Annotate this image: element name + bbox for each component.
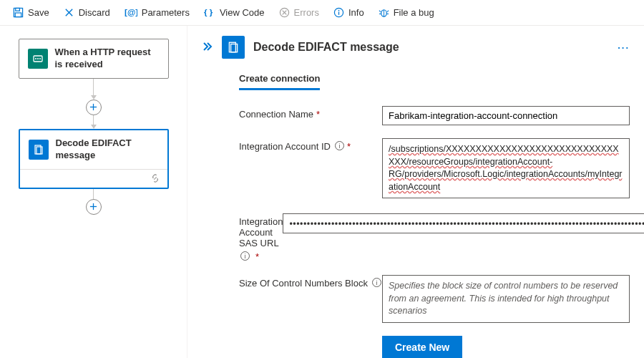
main: When a HTTP request is received Decode E… [0,26,644,358]
save-button[interactable]: Save [7,4,55,21]
file-bug-button[interactable]: File a bug [373,4,440,21]
parameters-button[interactable]: [@] Parameters [119,4,195,21]
add-step-button[interactable] [86,100,102,115]
block-size-input[interactable]: Specifies the block size of control numb… [382,275,630,323]
toolbar: Save Discard [@] Parameters { } View Cod… [0,0,644,26]
view-code-button[interactable]: { } View Code [198,4,270,21]
svg-point-21 [37,58,39,59]
tab-create-connection[interactable]: Create connection [239,73,320,90]
file-bug-label: File a bug [394,7,434,18]
panel-more-button[interactable]: ··· [618,42,630,53]
panel-title: Decode EDIFACT message [253,41,399,54]
svg-rect-2 [15,13,21,17]
view-code-label: View Code [220,7,265,18]
connector-arrow-icon [91,95,97,100]
details-panel: Decode EDIFACT message ··· Create connec… [187,26,644,358]
svg-line-16 [387,11,389,12]
action-node-decode-edifact[interactable]: Decode EDIFACT message [19,129,169,189]
connector-arrow-icon [91,125,97,129]
parameters-icon: [@] [125,7,137,18]
svg-point-22 [39,58,41,59]
connection-name-label: Connection Name* [239,106,382,120]
errors-label: Errors [294,7,319,18]
integration-account-id-input[interactable]: /subscriptions/XXXXXXXXXXXXXXXXXXXXXXXXX… [382,138,630,198]
discard-label: Discard [79,7,110,18]
create-new-button[interactable]: Create New [382,336,462,359]
info-icon[interactable]: i [335,141,344,150]
connector-line [93,79,94,96]
add-step-button[interactable] [86,199,102,215]
sas-url-label: Integration Account SAS URL i * [239,213,283,262]
info-icon[interactable]: i [240,251,250,261]
trigger-node-title: When a HTTP request is received [55,47,160,71]
collapse-panel-button[interactable] [202,42,213,54]
svg-point-11 [338,10,340,11]
svg-rect-1 [16,8,20,11]
errors-button: Errors [273,4,325,21]
info-button[interactable]: Info [328,4,370,21]
svg-line-15 [379,11,381,12]
edifact-icon [222,36,245,59]
connector-line [93,115,94,125]
http-trigger-icon [28,49,48,69]
integration-account-id-label: Integration Account ID i * [239,138,382,152]
designer-canvas: When a HTTP request is received Decode E… [0,26,187,358]
parameters-label: Parameters [142,7,190,18]
trigger-node[interactable]: When a HTTP request is received [19,39,169,79]
sas-url-input[interactable]: ••••••••••••••••••••••••••••••••••••••••… [283,213,644,233]
svg-point-20 [35,58,36,59]
link-icon [150,173,160,185]
edifact-icon [29,140,49,160]
save-icon [13,7,24,18]
bug-icon [379,7,389,18]
info-label: Info [348,7,364,18]
discard-icon [64,7,74,18]
connector-line [93,189,94,199]
svg-text:[@]: [@] [125,7,137,16]
save-label: Save [28,7,49,18]
info-icon [333,7,344,18]
errors-icon [279,7,290,18]
connection-name-input[interactable] [382,106,630,125]
action-node-title: Decode EDIFACT message [56,137,159,162]
block-size-label: Size Of Control Numbers Block i [239,275,382,289]
svg-rect-26 [36,147,42,154]
svg-text:{ }: { } [204,8,213,16]
svg-rect-30 [231,44,238,52]
discard-button[interactable]: Discard [58,4,116,21]
info-icon[interactable]: i [372,278,381,287]
code-icon: { } [204,7,215,18]
